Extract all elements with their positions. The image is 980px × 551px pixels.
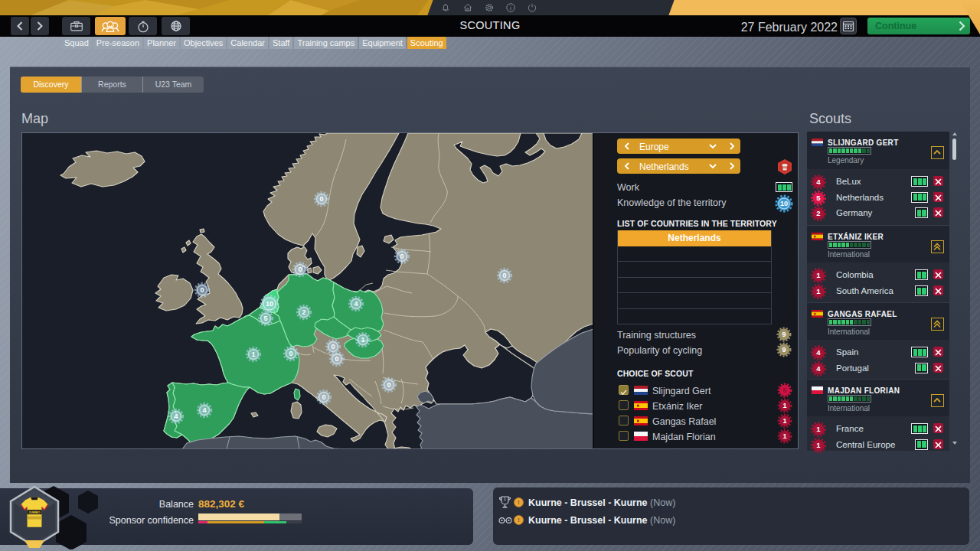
svg-text:1: 1 — [816, 271, 821, 279]
svg-text:9: 9 — [782, 346, 786, 354]
svg-text:4: 4 — [354, 300, 358, 308]
svg-text:4: 4 — [816, 348, 821, 357]
svg-text:1: 1 — [251, 350, 255, 358]
svg-text:!: ! — [518, 517, 520, 523]
svg-text:0: 0 — [387, 381, 390, 389]
svg-text:1: 1 — [816, 441, 821, 449]
svg-text:0: 0 — [502, 272, 506, 279]
svg-text:0: 0 — [319, 195, 323, 203]
svg-text:4: 4 — [816, 178, 821, 186]
svg-text:1: 1 — [816, 425, 821, 433]
svg-text:1: 1 — [504, 497, 507, 501]
svg-text:0: 0 — [200, 286, 204, 294]
svg-text:0: 0 — [400, 253, 403, 260]
svg-text:5: 5 — [816, 194, 821, 202]
svg-text:0: 0 — [289, 350, 292, 357]
svg-text:0: 0 — [322, 393, 325, 401]
svg-text:1: 1 — [782, 432, 786, 440]
svg-text:!: ! — [518, 499, 520, 506]
svg-text:9: 9 — [782, 331, 786, 338]
svg-text:5: 5 — [782, 386, 786, 394]
svg-text:5: 5 — [263, 315, 267, 322]
svg-text:0: 0 — [335, 355, 338, 363]
svg-text:10: 10 — [780, 200, 788, 207]
svg-text:0: 0 — [331, 343, 335, 350]
svg-text:2: 2 — [302, 308, 305, 316]
svg-text:1: 1 — [361, 336, 364, 344]
svg-text:JUMBO: JUMBO — [28, 510, 41, 514]
svg-text:4: 4 — [174, 412, 178, 420]
svg-text:1: 1 — [782, 417, 786, 425]
svg-text:2: 2 — [816, 209, 820, 217]
svg-text:10: 10 — [266, 300, 273, 308]
svg-text:0: 0 — [298, 266, 302, 273]
svg-text:1: 1 — [816, 287, 821, 295]
svg-text:1: 1 — [782, 402, 786, 409]
svg-text:4: 4 — [202, 406, 206, 414]
svg-text:4: 4 — [816, 364, 821, 373]
